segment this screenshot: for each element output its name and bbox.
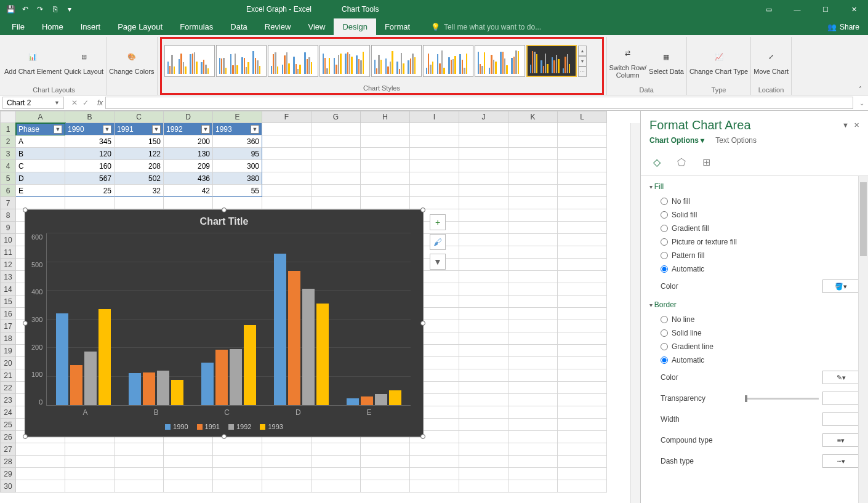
cell-L8[interactable] xyxy=(558,209,607,222)
row-header-30[interactable]: 30 xyxy=(0,480,16,493)
cell-J13[interactable] xyxy=(459,271,508,283)
fill-option-no-fill[interactable]: No fill xyxy=(641,195,868,208)
cell-H28[interactable] xyxy=(361,456,410,468)
bar-E-1991[interactable] xyxy=(361,396,373,405)
fill-color-picker[interactable]: 🪣▾ xyxy=(822,280,859,293)
cell-I29[interactable] xyxy=(410,468,459,480)
cell-G29[interactable] xyxy=(311,468,361,480)
cell-K28[interactable] xyxy=(508,456,558,468)
bar-A-1993[interactable] xyxy=(98,309,111,405)
cell-D6[interactable]: 42 xyxy=(164,185,213,197)
cell-L23[interactable] xyxy=(558,394,607,406)
chart-style-thumb-8[interactable] xyxy=(526,45,577,77)
cell-B29[interactable] xyxy=(65,468,115,480)
cell-F30[interactable] xyxy=(262,480,311,493)
col-header-c[interactable]: C xyxy=(115,111,164,123)
cell-J25[interactable] xyxy=(459,419,508,431)
cell-L7[interactable] xyxy=(558,197,607,209)
cell-L5[interactable] xyxy=(558,172,607,185)
cell-B4[interactable]: 160 xyxy=(65,160,115,172)
tab-formulas[interactable]: Formulas xyxy=(171,18,222,35)
chart-options-tab[interactable]: Chart Options ▾ xyxy=(649,136,704,145)
cell-K20[interactable] xyxy=(508,357,558,369)
cell-K25[interactable] xyxy=(508,419,558,431)
cell-J4[interactable] xyxy=(459,160,508,172)
row-header-16[interactable]: 16 xyxy=(0,308,16,320)
formula-expand-icon[interactable]: ⌄ xyxy=(856,100,868,107)
cell-A1[interactable]: Phase▼ xyxy=(16,123,65,135)
chart-style-thumb-6[interactable] xyxy=(423,45,473,77)
cell-C5[interactable]: 502 xyxy=(115,172,164,185)
cell-L22[interactable] xyxy=(558,382,607,394)
dash-type-picker[interactable]: ┄▾ xyxy=(822,454,859,468)
effects-icon[interactable]: ⬠ xyxy=(674,155,689,169)
cell-D28[interactable] xyxy=(164,456,213,468)
cell-I1[interactable] xyxy=(410,123,459,135)
cell-E27[interactable] xyxy=(213,443,262,456)
vertical-scrollbar[interactable] xyxy=(630,123,640,503)
filter-dropdown-Phase[interactable]: ▼ xyxy=(54,125,62,134)
fill-option-picture-or-texture-fill[interactable]: Picture or texture fill xyxy=(641,235,868,249)
cell-K5[interactable] xyxy=(508,172,558,185)
cell-F27[interactable] xyxy=(262,443,311,456)
cell-L28[interactable] xyxy=(558,456,607,468)
cell-K24[interactable] xyxy=(508,406,558,419)
cell-F3[interactable] xyxy=(262,148,311,160)
cell-I2[interactable] xyxy=(410,135,459,148)
cell-K7[interactable] xyxy=(508,197,558,209)
cell-K27[interactable] xyxy=(508,443,558,456)
cell-L4[interactable] xyxy=(558,160,607,172)
cell-C6[interactable]: 32 xyxy=(115,185,164,197)
chart-plot-area[interactable]: 6005004003002001000 xyxy=(25,233,423,406)
cell-K16[interactable] xyxy=(508,308,558,320)
bar-B-1992[interactable] xyxy=(157,371,169,405)
bar-A-1991[interactable] xyxy=(70,365,82,405)
col-header-g[interactable]: G xyxy=(311,111,361,123)
border-option-automatic[interactable]: Automatic xyxy=(641,353,868,367)
cell-J2[interactable] xyxy=(459,135,508,148)
cell-K17[interactable] xyxy=(508,320,558,332)
cell-K3[interactable] xyxy=(508,148,558,160)
cell-J7[interactable] xyxy=(459,197,508,209)
row-header-24[interactable]: 24 xyxy=(0,406,16,419)
tab-file[interactable]: File xyxy=(3,18,33,35)
formula-input[interactable] xyxy=(105,97,853,109)
cell-K1[interactable] xyxy=(508,123,558,135)
row-header-18[interactable]: 18 xyxy=(0,332,16,345)
cell-K14[interactable] xyxy=(508,283,558,296)
cell-J26[interactable] xyxy=(459,431,508,443)
col-header-l[interactable]: L xyxy=(558,111,607,123)
worksheet-area[interactable]: A B C D E F G H I J K L 1Phase▼1990▼1991… xyxy=(0,111,640,503)
chart-y-axis[interactable]: 6005004003002001000 xyxy=(31,233,46,406)
cell-G7[interactable] xyxy=(311,197,361,209)
cell-I27[interactable] xyxy=(410,443,459,456)
bar-D-1993[interactable] xyxy=(316,304,329,405)
cell-L25[interactable] xyxy=(558,419,607,431)
fill-option-gradient-fill[interactable]: Gradient fill xyxy=(641,222,868,235)
cell-D3[interactable]: 130 xyxy=(164,148,213,160)
cell-E4[interactable]: 300 xyxy=(213,160,262,172)
cell-F5[interactable] xyxy=(262,172,311,185)
filter-dropdown-1991[interactable]: ▼ xyxy=(152,125,161,134)
cell-J24[interactable] xyxy=(459,406,508,419)
bar-D-1991[interactable] xyxy=(288,271,300,405)
cell-F7[interactable] xyxy=(262,197,311,209)
fill-option-solid-fill[interactable]: Solid fill xyxy=(641,208,868,222)
row-header-28[interactable]: 28 xyxy=(0,456,16,468)
tab-design[interactable]: Design xyxy=(334,18,376,35)
cell-I30[interactable] xyxy=(410,480,459,493)
share-button[interactable]: 👥 Share xyxy=(819,18,868,35)
cell-J12[interactable] xyxy=(459,259,508,271)
task-pane-options-icon[interactable]: ▼ xyxy=(842,121,849,129)
quick-layout-button[interactable]: ⊞ Quick Layout xyxy=(64,47,103,75)
cell-F1[interactable] xyxy=(262,123,311,135)
cell-C3[interactable]: 122 xyxy=(115,148,164,160)
cell-H3[interactable] xyxy=(361,148,410,160)
close-pane-icon[interactable]: ✕ xyxy=(854,121,859,129)
add-chart-element-button[interactable]: 📊 Add Chart Element xyxy=(4,47,62,75)
row-header-23[interactable]: 23 xyxy=(0,394,16,406)
border-option-gradient-line[interactable]: Gradient line xyxy=(641,340,868,353)
bar-B-1990[interactable] xyxy=(129,373,141,405)
cell-L26[interactable] xyxy=(558,431,607,443)
cell-C1[interactable]: 1991▼ xyxy=(115,123,164,135)
